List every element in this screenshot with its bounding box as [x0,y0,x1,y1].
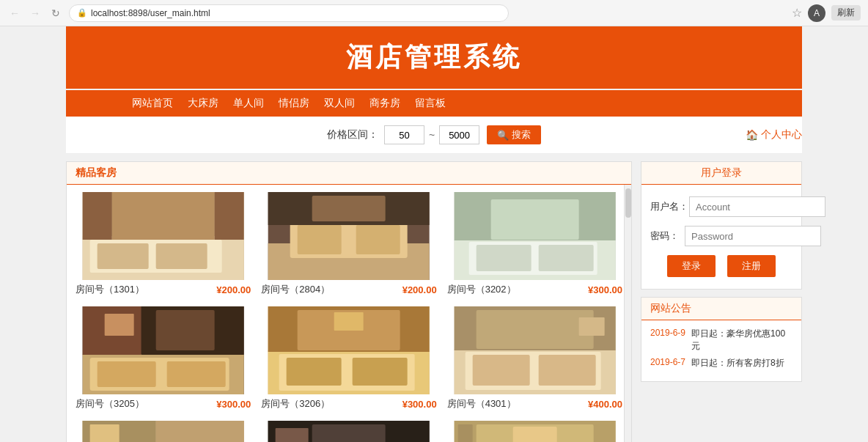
price-max-input[interactable] [439,125,479,144]
password-input[interactable] [685,226,821,246]
room-card-1301[interactable]: 房间号（1301） ¥200.00 [74,192,252,299]
nav-single[interactable]: 单人间 [233,97,264,110]
svg-rect-25 [98,361,156,387]
price-range-label: 价格区间： [327,128,378,141]
svg-rect-54 [156,421,244,442]
nav-bar: 网站首页 大床房 单人间 情侣房 双人间 商务房 留言板 [66,90,802,117]
login-button[interactable]: 登录 [667,255,716,277]
forward-button[interactable]: → [28,6,43,21]
search-icon: 🔍 [497,130,509,141]
site-title: 酒店管理系统 [66,40,802,75]
url-text: localhost:8898/user_main.html [91,8,210,18]
room-info-3206: 房间号（3206） ¥300.00 [260,394,438,413]
svg-rect-30 [105,314,134,336]
svg-rect-12 [356,225,400,254]
room-card-3202[interactable]: 房间号（3202） ¥300.00 [446,192,624,299]
page-wrapper: 酒店管理系统 网站首页 大床房 单人间 情侣房 双人间 商务房 留言板 价格区间… [0,26,868,442]
room-image-2804 [260,192,438,280]
room-card-3205[interactable]: 房间号（3205） ¥300.00 [74,306,252,413]
register-button[interactable]: 注册 [727,255,776,277]
room-image-3202 [446,192,624,280]
username-input[interactable] [689,196,825,217]
nav-home[interactable]: 网站首页 [132,97,173,110]
svg-rect-63 [276,428,309,442]
room-image-5101 [74,421,252,442]
room-image-5202 [260,421,438,442]
svg-rect-62 [312,424,386,442]
scroll-bar[interactable] [624,185,631,442]
svg-rect-43 [538,355,595,386]
refresh-button[interactable]: 刷新 [831,5,861,21]
login-buttons: 登录 注册 [650,255,792,277]
username-label: 用户名： [650,200,683,213]
home-icon: 🏠 [746,129,758,141]
price-separator: ~ [429,129,435,141]
reload-button[interactable]: ↻ [48,6,63,21]
room-number-3206: 房间号（3206） [261,397,330,410]
svg-rect-3 [98,243,149,269]
nav-business[interactable]: 商务房 [369,97,400,110]
sidebar: 用户登录 用户名： 密码： 登录 注册 [641,161,802,442]
room-price-2804: ¥200.00 [402,284,437,295]
announce-list: 2019-6-9 即日起：豪华房优惠100元 2019-6-7 即日起：所有客房… [641,320,801,381]
nav-double[interactable]: 双人间 [324,97,355,110]
room-info-3202: 房间号（3202） ¥300.00 [446,280,624,299]
announce-box: 网站公告 2019-6-9 即日起：豪华房优惠100元 2019-6-7 即日起… [641,297,802,382]
svg-rect-34 [287,358,342,386]
room-card-2804[interactable]: 房间号（2804） ¥200.00 [260,192,438,299]
svg-rect-45 [476,310,593,349]
room-card-3206[interactable]: 房间号（3206） ¥300.00 [260,306,438,413]
svg-rect-7 [215,192,244,240]
room-card-5303[interactable]: 房间号（5303） ¥500.00 [446,421,624,442]
search-bar: 价格区间： ~ 🔍 搜索 🏠 个人中心 [66,117,802,154]
price-min-input[interactable] [384,125,424,144]
personal-center-link[interactable]: 🏠 个人中心 [746,128,802,141]
svg-rect-14 [312,196,386,221]
svg-rect-19 [538,245,593,271]
main-content: 精品客房 房间号（1301） [0,154,868,442]
svg-rect-11 [298,225,342,254]
bookmark-button[interactable]: ☆ [792,6,802,20]
announce-item-0: 2019-6-9 即日起：豪华房优惠100元 [650,328,792,353]
room-card-5101[interactable]: 房间号（5101） ¥500.00 [74,421,252,442]
search-button[interactable]: 🔍 搜索 [487,125,541,144]
announce-item-1: 2019-6-7 即日起：所有客房打8折 [650,357,792,369]
room-price-3206: ¥300.00 [402,399,437,410]
announce-header: 网站公告 [641,298,801,320]
account-circle: A [808,4,825,22]
scroll-thumb [625,188,631,218]
svg-rect-4 [156,243,207,269]
back-button[interactable]: ← [7,6,22,21]
room-number-4301: 房间号（4301） [447,397,516,410]
password-label: 密码： [650,229,679,243]
room-price-3205: ¥300.00 [216,399,251,410]
address-bar[interactable]: 🔒 localhost:8898/user_main.html [69,4,509,22]
room-price-4301: ¥400.00 [588,399,622,410]
lock-icon: 🔒 [77,8,87,18]
announce-text-1: 即日起：所有客房打8折 [691,357,784,369]
login-form: 用户名： 密码： 登录 注册 [641,185,801,289]
nav-couple[interactable]: 情侣房 [279,97,309,110]
rooms-section: 精品客房 房间号（1301） [66,161,632,442]
nav-message[interactable]: 留言板 [415,97,446,110]
svg-rect-71 [512,427,556,442]
svg-rect-35 [353,358,408,386]
room-image-3205 [74,306,252,394]
browser-actions: ☆ A 刷新 [792,4,861,22]
room-card-5202[interactable]: 房间号（5202） ¥500.00 [260,421,438,442]
announce-date-1: 2019-6-7 [650,357,685,369]
svg-rect-21 [490,199,578,240]
rooms-grid: 房间号（1301） ¥200.00 房间号（ [67,185,631,442]
room-image-5303 [446,421,624,442]
svg-rect-6 [83,192,112,240]
personal-link-label: 个人中心 [761,128,802,141]
room-card-4301[interactable]: 房间号（4301） ¥400.00 [446,306,624,413]
login-box: 用户登录 用户名： 密码： 登录 注册 [641,161,802,290]
svg-rect-38 [334,312,364,331]
nav-big-bed[interactable]: 大床房 [188,97,218,110]
room-number-2804: 房间号（2804） [261,283,330,296]
password-row: 密码： [650,226,792,246]
search-btn-label: 搜索 [512,128,531,141]
room-image-4301 [446,306,624,394]
room-info-1301: 房间号（1301） ¥200.00 [74,280,252,299]
